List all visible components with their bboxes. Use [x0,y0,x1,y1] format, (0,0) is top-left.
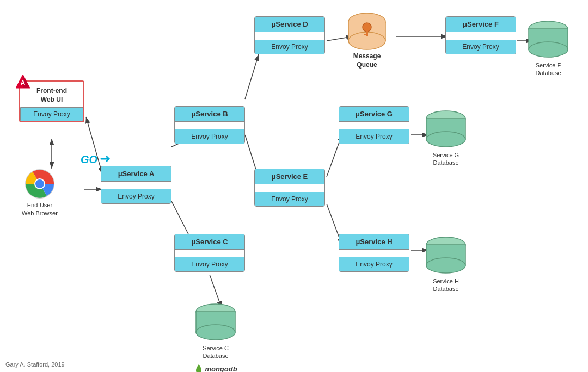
svg-text:GO: GO [81,153,98,165]
service-e-proxy: Envoy Proxy [255,192,324,206]
mongodb-logo: mongodb [194,363,237,372]
angular-icon: A [15,73,31,90]
service-g-proxy: Envoy Proxy [339,129,409,144]
service-g-header: μService G [339,107,409,122]
service-d-header: μService D [255,17,324,32]
svg-line-6 [245,54,259,99]
db-f-icon [526,19,571,58]
service-a-header: μService A [101,166,171,182]
db-g-box: Service GDatabase [424,109,468,167]
service-b-proxy: Envoy Proxy [175,129,244,144]
service-c-header: μService C [175,234,244,250]
service-b-box: μService B Envoy Proxy [174,106,245,144]
svg-point-48 [426,258,465,273]
db-f-box: Service FDatabase [526,19,571,77]
message-queue-icon [346,11,388,50]
db-h-box: Service HDatabase [424,235,468,293]
svg-point-44 [426,132,465,147]
service-d-box: μService D Envoy Proxy [254,16,325,54]
service-g-box: μService G Envoy Proxy [339,106,409,144]
db-h-icon [424,235,468,274]
frontend-box: A Front-endWeb UI Envoy Proxy [19,80,84,122]
chrome-icon [24,169,55,199]
db-h-label: Service HDatabase [433,277,459,293]
db-g-icon [424,109,468,148]
service-f-proxy: Envoy Proxy [446,40,516,54]
svg-point-23 [35,179,44,188]
service-c-box: μService C Envoy Proxy [174,234,245,272]
svg-point-52 [196,325,235,340]
db-c-label: Service CDatabase [203,344,229,360]
db-c-icon [193,302,238,341]
db-c-box: Service CDatabase mongodb [193,302,238,372]
svg-rect-36 [366,35,368,36]
mongodb-icon [194,363,204,372]
service-f-box: μService F Envoy Proxy [445,16,516,54]
browser-label: End-UserWeb Browser [22,201,58,218]
service-a-proxy: Envoy Proxy [101,189,171,203]
mongodb-label: mongodb [205,365,237,372]
service-e-header: μService E [255,169,324,184]
db-f-label: Service FDatabase [535,61,561,77]
service-h-proxy: Envoy Proxy [339,257,409,271]
db-g-label: Service GDatabase [433,151,459,167]
service-h-header: μService H [339,234,409,250]
service-c-proxy: Envoy Proxy [175,257,244,271]
service-e-box: μService E Envoy Proxy [254,169,325,207]
frontend-proxy-label: Envoy Proxy [20,107,83,121]
svg-point-33 [363,23,371,32]
message-queue-box: MessageQueue [346,11,388,69]
diagram: A Front-endWeb UI Envoy Proxy End-UserWe… [0,0,588,372]
service-b-header: μService B [175,107,244,122]
svg-text:A: A [20,79,26,87]
service-d-proxy: Envoy Proxy [255,40,324,54]
footer-text: Gary A. Stafford, 2019 [5,361,65,368]
mq-label: MessageQueue [353,52,381,69]
frontend-title: Front-endWeb UI [24,87,79,104]
service-f-header: μService F [446,17,516,32]
service-h-box: μService H Envoy Proxy [339,234,409,272]
browser-group: End-UserWeb Browser [22,169,58,218]
service-a-box: μService A Envoy Proxy [101,166,171,204]
svg-point-40 [529,42,568,57]
